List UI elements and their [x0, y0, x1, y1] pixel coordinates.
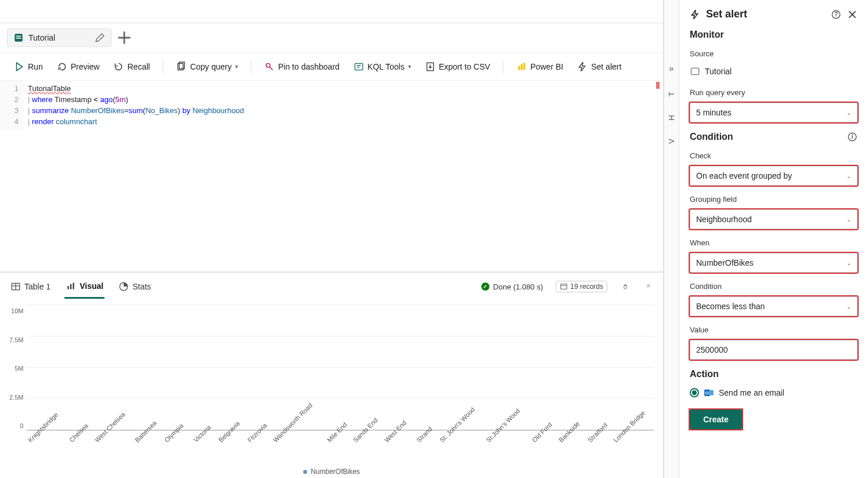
- records-count: 19 records: [556, 281, 607, 292]
- toolbar-divider: [163, 60, 163, 74]
- outlook-icon: O: [704, 388, 714, 398]
- svg-rect-14: [73, 283, 74, 289]
- value-label: Value: [690, 325, 858, 334]
- action-section-title: Action: [690, 369, 858, 379]
- set-alert-button[interactable]: Set alert: [572, 58, 626, 75]
- code-editor[interactable]: 1 2 3 4 TutorialTable| where Timestamp <…: [0, 80, 663, 129]
- chart-legend: NumberOfBikes: [0, 465, 663, 478]
- monitor-section-title: Monitor: [690, 30, 858, 40]
- side-label-h: H: [667, 115, 676, 120]
- chart-x-axis: KnightsbridgeChelseaWest ChelseaBatterse…: [27, 430, 654, 465]
- svg-rect-10: [524, 63, 525, 70]
- svg-rect-12: [68, 286, 69, 289]
- condition-select[interactable]: Becomes less than ⌄: [690, 296, 858, 316]
- stats-icon: [118, 281, 129, 292]
- chevron-down-icon: ⌄: [847, 303, 851, 310]
- y-tick-label: 10M: [11, 307, 23, 314]
- error-minimap-marker: [656, 82, 660, 89]
- export-icon: [425, 61, 435, 72]
- chevron-down-icon: ⌄: [847, 260, 851, 266]
- editor-empty-area: [0, 129, 663, 271]
- svg-rect-23: [709, 390, 714, 396]
- svg-rect-2: [16, 38, 21, 39]
- dataset-icon: [690, 66, 700, 77]
- results-tab-table[interactable]: Table 1: [9, 276, 52, 298]
- chart-area: 10M7.5M5M2.5M0 KnightsbridgeChelseaWest …: [0, 300, 663, 465]
- close-icon[interactable]: [847, 9, 858, 20]
- interval-select[interactable]: 5 minutes ⌄: [690, 103, 858, 122]
- collapsed-side-panel[interactable]: » T H V: [664, 0, 679, 478]
- chevron-down-icon: ⌄: [847, 110, 851, 116]
- chevron-down-icon: ⌄: [847, 173, 851, 179]
- preview-button[interactable]: Preview: [52, 58, 105, 75]
- action-email-radio[interactable]: O Send me an email: [690, 385, 858, 404]
- recall-button[interactable]: Recall: [109, 58, 154, 75]
- line-gutter: 1 2 3 4: [0, 81, 23, 129]
- power-bi-icon: [516, 61, 527, 72]
- legend-dot-icon: [303, 470, 307, 474]
- code-content[interactable]: TutorialTable| where Timestamp < ago(5m)…: [23, 81, 663, 129]
- results-tab-stats[interactable]: Stats: [117, 276, 152, 298]
- collapse-icon[interactable]: [643, 281, 654, 292]
- query-status: ✓ Done (1.080 s): [481, 283, 543, 291]
- chart-icon: [66, 281, 76, 291]
- copy-query-button[interactable]: Copy query ▾: [171, 58, 243, 75]
- interval-label: Run query every: [690, 88, 858, 97]
- chart-y-axis: 10M7.5M5M2.5M0: [9, 305, 27, 465]
- when-label: When: [690, 238, 858, 247]
- recall-icon: [113, 61, 124, 72]
- create-button[interactable]: Create: [690, 410, 742, 429]
- bolt-icon: [690, 9, 700, 20]
- query-tab-icon: [13, 32, 24, 43]
- grouping-select[interactable]: Neighbourhood ⌄: [690, 209, 858, 229]
- chevron-down-icon: ▾: [408, 63, 411, 70]
- table-icon: [10, 281, 21, 292]
- results-tab-visual[interactable]: Visual: [64, 275, 105, 299]
- y-tick-label: 5M: [15, 365, 23, 372]
- svg-rect-16: [561, 284, 567, 289]
- chevron-down-icon: ▾: [235, 63, 238, 70]
- svg-rect-6: [355, 63, 363, 70]
- svg-rect-19: [691, 68, 699, 74]
- query-tab-tutorial[interactable]: Tutorial: [7, 28, 111, 47]
- query-tab-bar: Tutorial: [0, 23, 663, 52]
- panel-title: Set alert: [706, 8, 747, 20]
- svg-rect-13: [70, 284, 71, 289]
- expand-icon[interactable]: »: [669, 64, 674, 73]
- set-alert-panel: Set alert ? Monitor Source Tutorial Run …: [679, 0, 868, 478]
- power-bi-button[interactable]: Power BI: [512, 58, 568, 75]
- query-tab-label: Tutorial: [28, 33, 55, 42]
- query-toolbar: Run Preview Recall Copy query ▾ Pin to d…: [0, 52, 663, 80]
- svg-rect-9: [521, 64, 523, 70]
- records-icon: [560, 283, 568, 291]
- delete-icon[interactable]: [620, 281, 631, 292]
- window-titlebar: [0, 0, 663, 23]
- pencil-icon[interactable]: [95, 32, 105, 43]
- run-button[interactable]: Run: [9, 58, 48, 75]
- results-panel: Table 1 Visual Stats ✓ Done (1.080 s): [0, 273, 663, 478]
- condition-label: Condition: [690, 282, 858, 291]
- source-value-row: Tutorial: [690, 64, 858, 79]
- kql-tools-button[interactable]: KQL Tools ▾: [349, 58, 416, 75]
- help-icon[interactable]: ?: [831, 9, 841, 20]
- check-select[interactable]: On each event grouped by ⌄: [690, 166, 858, 186]
- pin-dashboard-button[interactable]: Pin to dashboard: [260, 58, 344, 75]
- svg-text:O: O: [705, 390, 709, 396]
- when-select[interactable]: NumberOfBikes ⌄: [690, 253, 858, 273]
- svg-text:?: ?: [834, 11, 838, 17]
- svg-rect-1: [16, 36, 21, 37]
- value-input[interactable]: 2500000: [690, 340, 858, 360]
- y-tick-label: 2.5M: [9, 394, 23, 401]
- success-icon: ✓: [481, 283, 489, 291]
- side-label-t: T: [667, 92, 676, 96]
- chevron-down-icon: ⌄: [847, 216, 851, 223]
- svg-text:i: i: [852, 133, 853, 140]
- y-tick-label: 0: [20, 422, 23, 429]
- export-csv-button[interactable]: Export to CSV: [420, 58, 495, 75]
- y-tick-label: 7.5M: [9, 336, 23, 343]
- svg-rect-8: [518, 66, 520, 70]
- condition-section-title: Condition i: [690, 132, 858, 142]
- add-tab-button[interactable]: [116, 30, 132, 46]
- bolt-icon: [577, 61, 588, 72]
- info-icon[interactable]: i: [847, 132, 858, 142]
